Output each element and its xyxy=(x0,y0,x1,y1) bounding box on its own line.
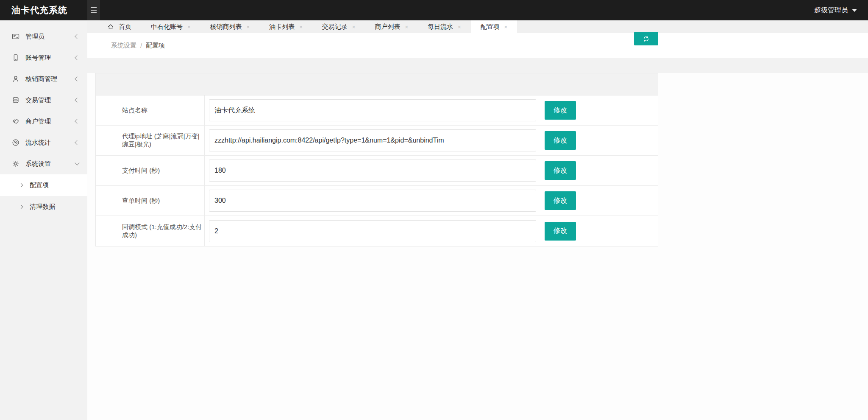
sidebar-item-label: 账号管理 xyxy=(25,54,75,62)
close-icon[interactable]: × xyxy=(247,24,250,30)
tab-bar: 首页 中石化账号 × 核销商列表 × 油卡列表 × 交易记录 × 商户列表 × … xyxy=(87,20,868,33)
tab-transaction-records[interactable]: 交易记录 × xyxy=(312,20,365,33)
gear-icon xyxy=(11,160,20,168)
sidebar-toggle-button[interactable] xyxy=(87,0,100,20)
chevron-left-icon xyxy=(75,55,79,60)
sidebar-item-label: 管理员 xyxy=(25,33,75,41)
user-name: 超级管理员 xyxy=(814,6,848,15)
callback-mode-input[interactable] xyxy=(209,220,536,242)
config-label: 代理ip地址 (芝麻|流冠|万变|豌豆|极光) xyxy=(96,126,205,155)
tab-label: 中石化账号 xyxy=(151,23,183,31)
site-name-input[interactable] xyxy=(209,99,536,121)
config-value-cell: 修改 xyxy=(205,186,658,216)
chevron-right-icon xyxy=(19,205,23,209)
tab-sinopec-accounts[interactable]: 中石化账号 × xyxy=(141,20,200,33)
sidebar-item-label: 交易管理 xyxy=(25,96,75,104)
tab-fuelcard-list[interactable]: 油卡列表 × xyxy=(259,20,312,33)
tab-verifier-list[interactable]: 核销商列表 × xyxy=(200,20,260,33)
close-icon[interactable]: × xyxy=(299,24,303,30)
home-icon xyxy=(107,23,114,30)
top-header: 油卡代充系统 超级管理员 xyxy=(0,0,868,20)
chevron-down-icon xyxy=(75,160,79,165)
config-row-site-name: 站点名称 修改 xyxy=(96,95,658,126)
sidebar-subitem-clean-data[interactable]: 清理数据 xyxy=(0,196,87,218)
sidebar-subitem-label: 配置项 xyxy=(30,181,49,189)
chevron-left-icon xyxy=(75,119,79,123)
sidebar-item-label: 核销商管理 xyxy=(25,75,75,83)
chevron-left-icon xyxy=(75,98,79,102)
breadcrumb-row: 系统设置 / 配置项 xyxy=(87,33,868,58)
tab-daily-flow[interactable]: 每日流水 × xyxy=(418,20,471,33)
user-icon xyxy=(11,75,20,83)
pay-time-input[interactable] xyxy=(209,160,536,182)
close-icon[interactable]: × xyxy=(405,24,408,30)
sidebar-item-merchants[interactable]: 商户管理 xyxy=(0,111,87,132)
config-value-cell: 修改 xyxy=(205,95,658,125)
tab-label: 配置项 xyxy=(481,23,500,31)
config-label: 站点名称 xyxy=(96,95,205,125)
user-dropdown[interactable]: 超级管理员 xyxy=(814,0,857,20)
refresh-button[interactable] xyxy=(634,32,658,45)
sidebar-item-admin[interactable]: 管理员 xyxy=(0,26,87,47)
close-icon[interactable]: × xyxy=(504,24,508,30)
config-label: 支付时间 (秒) xyxy=(96,156,205,185)
database-icon xyxy=(11,96,20,104)
close-icon[interactable]: × xyxy=(458,24,461,30)
chevron-left-icon xyxy=(75,140,79,145)
modify-button[interactable]: 修改 xyxy=(545,222,576,241)
mobile-icon xyxy=(11,53,20,62)
spiral-icon xyxy=(11,138,20,147)
chevron-right-icon xyxy=(19,183,23,188)
config-value-cell: 修改 xyxy=(205,216,658,246)
tab-label: 交易记录 xyxy=(322,23,348,31)
sidebar-item-label: 系统设置 xyxy=(25,160,75,168)
modify-button[interactable]: 修改 xyxy=(545,191,576,210)
refresh-icon xyxy=(643,35,650,42)
tab-label: 首页 xyxy=(119,23,131,31)
sidebar-item-statistics[interactable]: 流水统计 xyxy=(0,132,87,153)
breadcrumb: 系统设置 / 配置项 xyxy=(111,33,165,58)
main-area: 首页 中石化账号 × 核销商列表 × 油卡列表 × 交易记录 × 商户列表 × … xyxy=(87,20,868,420)
config-row-callback-mode: 回调模式 (1:充值成功/2:支付成功) 修改 xyxy=(96,216,658,246)
breadcrumb-section: 系统设置 xyxy=(111,42,136,50)
sidebar-subitem-label: 清理数据 xyxy=(30,203,55,211)
sidebar-subitem-config[interactable]: 配置项 xyxy=(0,174,87,196)
modify-button[interactable]: 修改 xyxy=(545,101,576,120)
modify-button[interactable]: 修改 xyxy=(545,161,576,180)
config-table: 站点名称 修改 代理ip地址 (芝麻|流冠|万变|豌豆|极光) 修改 支付时间 … xyxy=(95,73,658,246)
tab-label: 核销商列表 xyxy=(210,23,242,31)
tab-label: 每日流水 xyxy=(428,23,453,31)
tab-label: 油卡列表 xyxy=(269,23,295,31)
sidebar: 管理员 账号管理 核销商管理 交易管理 商户管理 流水统计 系统设置 配置项 xyxy=(0,20,87,420)
hamburger-icon xyxy=(91,7,97,8)
config-row-pay-time: 支付时间 (秒) 修改 xyxy=(96,156,658,186)
config-value-cell: 修改 xyxy=(205,156,658,185)
config-table-header xyxy=(96,73,658,95)
handshake-icon xyxy=(11,117,20,126)
config-row-query-time: 查单时间 (秒) 修改 xyxy=(96,186,658,216)
chevron-left-icon xyxy=(75,76,79,81)
config-label: 查单时间 (秒) xyxy=(96,186,205,216)
close-icon[interactable]: × xyxy=(187,24,191,30)
proxy-ip-input[interactable] xyxy=(209,129,536,151)
breadcrumb-separator: / xyxy=(140,42,142,49)
sidebar-item-label: 商户管理 xyxy=(25,118,75,126)
tab-merchant-list[interactable]: 商户列表 × xyxy=(365,20,418,33)
modify-button[interactable]: 修改 xyxy=(545,131,576,150)
query-time-input[interactable] xyxy=(209,190,536,212)
sidebar-item-transactions[interactable]: 交易管理 xyxy=(0,90,87,111)
sidebar-item-label: 流水统计 xyxy=(25,139,75,147)
close-icon[interactable]: × xyxy=(352,24,356,30)
tab-home[interactable]: 首页 xyxy=(97,20,141,33)
config-row-proxy-ip: 代理ip地址 (芝麻|流冠|万变|豌豆|极光) 修改 xyxy=(96,126,658,156)
config-value-cell: 修改 xyxy=(205,126,658,155)
app-title: 油卡代充系统 xyxy=(11,0,67,20)
chevron-down-icon xyxy=(852,9,857,12)
content-spacer xyxy=(87,58,868,73)
sidebar-item-accounts[interactable]: 账号管理 xyxy=(0,47,87,68)
column-divider xyxy=(205,73,205,95)
sidebar-item-verifiers[interactable]: 核销商管理 xyxy=(0,68,87,90)
chevron-left-icon xyxy=(75,34,79,39)
sidebar-item-system-settings[interactable]: 系统设置 xyxy=(0,153,87,174)
tab-config-active[interactable]: 配置项 × xyxy=(471,20,517,33)
